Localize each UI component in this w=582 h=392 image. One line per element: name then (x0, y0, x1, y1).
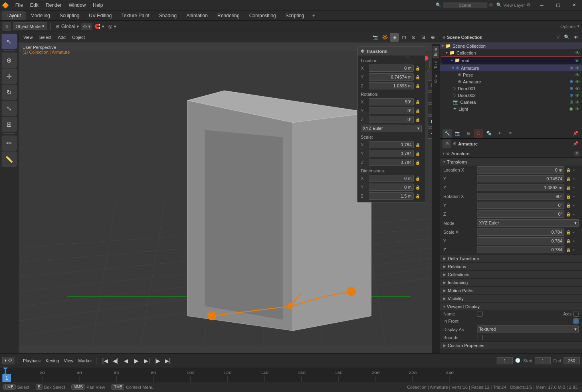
motion-paths-header[interactable]: ▶ Motion Paths (440, 287, 582, 294)
arm-sub-visibility[interactable]: 👁 (574, 79, 580, 84)
jump-start-btn[interactable]: |◀ (100, 356, 110, 366)
minimize-button[interactable]: ─ (534, 0, 550, 10)
cursor-tool[interactable]: ⊕ (2, 53, 17, 68)
props-scale-z-lock[interactable]: 🔒 (566, 248, 572, 252)
root-visibility[interactable]: 👁 (575, 58, 579, 63)
outliner-filter-btn[interactable]: ▽ (554, 33, 562, 41)
props-tab-modifier[interactable]: 🔩 (484, 129, 494, 138)
props-loc-z-lock[interactable]: 🔒 (566, 186, 572, 190)
tab-scripting[interactable]: Scripting (281, 11, 309, 20)
viewport-view-menu[interactable]: View (21, 34, 35, 40)
outliner-door001[interactable]: ▽ Door.001 ⊕ 👁 (440, 85, 582, 92)
play-btn[interactable]: ▶ (131, 356, 141, 366)
dim-y-value[interactable]: 0 m (369, 184, 414, 191)
instancing-header[interactable]: ▶ Instancing (440, 279, 582, 286)
camera-visibility[interactable]: 👁 (574, 100, 580, 105)
scale-z-value[interactable]: 0.784 (369, 159, 414, 166)
relations-header[interactable]: ▶ Relations (440, 263, 582, 270)
tool-tab[interactable]: Tool (432, 59, 439, 71)
outliner-armature-sub[interactable]: ⊕ Armature ⊕ 👁 (440, 78, 582, 85)
start-frame-input[interactable] (535, 357, 551, 364)
props-rot-z-lock[interactable]: 🔒 (566, 212, 572, 216)
root-name-input[interactable] (462, 58, 574, 63)
tab-compositing[interactable]: Compositing (245, 11, 281, 20)
scale-tool[interactable]: ⤡ (2, 101, 17, 116)
props-scale-x-anim[interactable]: • (573, 230, 579, 234)
snap-toggle[interactable]: 🧲 ▾ (93, 23, 106, 30)
dim-z-lock[interactable]: 🔒 (415, 194, 422, 198)
scale-y-lock[interactable]: 🔒 (415, 152, 422, 156)
outliner-light[interactable]: ☀ Light ◉ 👁 (440, 105, 582, 112)
maximize-button[interactable]: ▢ (550, 0, 566, 10)
props-loc-x-val[interactable]: 0 m (477, 166, 564, 174)
props-tab-particles[interactable]: ✦ (495, 129, 504, 138)
props-rot-z-val[interactable]: 0° (477, 210, 564, 218)
dim-y-lock[interactable]: 🔒 (415, 185, 422, 190)
armature-pin-btn[interactable]: 📌 (572, 140, 580, 148)
item-tab[interactable]: Item (432, 46, 439, 58)
custom-props-header[interactable]: ▶ Custom Properties (440, 341, 582, 349)
loc-z-lock[interactable]: 🔒 (415, 84, 422, 88)
loc-x-value[interactable]: 0 m (369, 65, 414, 72)
move-tool[interactable]: ✛ (2, 69, 17, 84)
loc-x-lock[interactable]: 🔒 (415, 66, 422, 71)
props-scale-x-val[interactable]: 0.784 (477, 228, 564, 236)
global-transform-select[interactable]: ⊕ Global ▾ (54, 23, 80, 30)
options-button[interactable]: Options (560, 24, 576, 29)
transform-tool[interactable]: ⊞ (2, 117, 17, 132)
vd-bounds-checkbox[interactable] (477, 335, 483, 340)
props-scale-y-val[interactable]: 0.784 (477, 237, 564, 244)
arm-root-visibility[interactable]: 👁 (574, 66, 580, 71)
current-frame-input[interactable] (497, 357, 513, 364)
light-visibility[interactable]: 👁 (574, 107, 580, 111)
outliner-content[interactable]: ▾ 📁 Scene Collection ▾ 📁 Collection 👁 ▾ … (440, 42, 582, 128)
next-keyframe-btn[interactable]: |▶ (152, 356, 162, 366)
props-rot-x-anim[interactable]: • (573, 194, 579, 199)
select-tool[interactable]: ↖ (2, 34, 17, 49)
viewport[interactable]: View Select Add Object 📷 🔆 ◈ ◻ ⊙ ⊡ ⊕ Use… (18, 32, 440, 353)
props-scale-z-anim[interactable]: • (573, 248, 579, 252)
viewport-solid-mode[interactable]: ◈ (390, 33, 399, 42)
viewport-xray-toggle[interactable]: ⊡ (419, 33, 428, 42)
props-tab-render[interactable]: 📷 (453, 129, 463, 138)
props-loc-y-lock[interactable]: 🔒 (566, 177, 572, 181)
proportional-edit[interactable]: ◎ ▾ (107, 23, 117, 30)
outliner-camera[interactable]: 📷 Camera ⊞ 👁 (440, 99, 582, 105)
props-loc-x-anim[interactable]: • (573, 168, 579, 172)
loc-y-value[interactable]: 0.74574 m (369, 73, 414, 81)
viewport-wireframe[interactable]: ◻ (400, 33, 408, 42)
props-rot-y-val[interactable]: 0° (477, 202, 564, 209)
close-button[interactable]: ✕ (566, 0, 582, 10)
current-frame-indicator[interactable]: 1 (2, 374, 11, 382)
outliner-armature-root[interactable]: ▾ ⊕ Armature ⊕ 👁 (440, 65, 582, 71)
loc-z-value[interactable]: 1.0893 m (369, 82, 414, 89)
rot-x-lock[interactable]: 🔒 (415, 100, 422, 104)
tab-uv-editing[interactable]: UV Editing (84, 11, 117, 20)
props-rot-x-val[interactable]: 90° (477, 193, 564, 200)
vd-name-checkbox[interactable] (477, 311, 483, 317)
armature-fake-user[interactable]: F (574, 151, 580, 156)
door001-visibility[interactable]: 👁 (574, 86, 580, 91)
timeline-ruler[interactable]: 1 20 40 60 80 100 120 140 160 180 200 22… (0, 368, 582, 382)
outliner-pose[interactable]: ⊕ Pose 👁 (440, 71, 582, 78)
rotation-mode-select[interactable]: XYZ Euler ▾ (361, 125, 422, 132)
props-tab-scene[interactable]: 🔧 (443, 129, 452, 138)
pose-visibility[interactable]: 👁 (574, 73, 580, 77)
door002-visibility[interactable]: 👁 (574, 93, 580, 98)
scale-x-lock[interactable]: 🔒 (415, 143, 422, 147)
props-pin-btn[interactable]: 📌 (572, 129, 580, 137)
coll-visibility[interactable]: 👁 (574, 51, 580, 55)
viewport-object-menu[interactable]: Object (70, 34, 87, 40)
vd-infront-checkbox[interactable]: ✓ (573, 318, 579, 324)
outliner-root-item[interactable]: ▾ 📁 👁 (441, 57, 581, 64)
dim-x-lock[interactable]: 🔒 (415, 176, 422, 181)
props-tab-physics[interactable]: ≋ (505, 129, 515, 138)
transform-section-header[interactable]: ▾ Transform (440, 158, 582, 166)
tab-modeling[interactable]: Modeling (26, 11, 55, 20)
marker-menu[interactable]: Marker (77, 358, 93, 364)
visibility-header[interactable]: ▶ Visibility (440, 295, 582, 302)
rot-y-value[interactable]: 0° (369, 107, 414, 114)
delta-transform-header[interactable]: ▶ Delta Transform (440, 255, 582, 262)
props-loc-z-val[interactable]: 1.0893 m (477, 184, 564, 191)
jump-end-btn[interactable]: ▶| (163, 356, 172, 366)
